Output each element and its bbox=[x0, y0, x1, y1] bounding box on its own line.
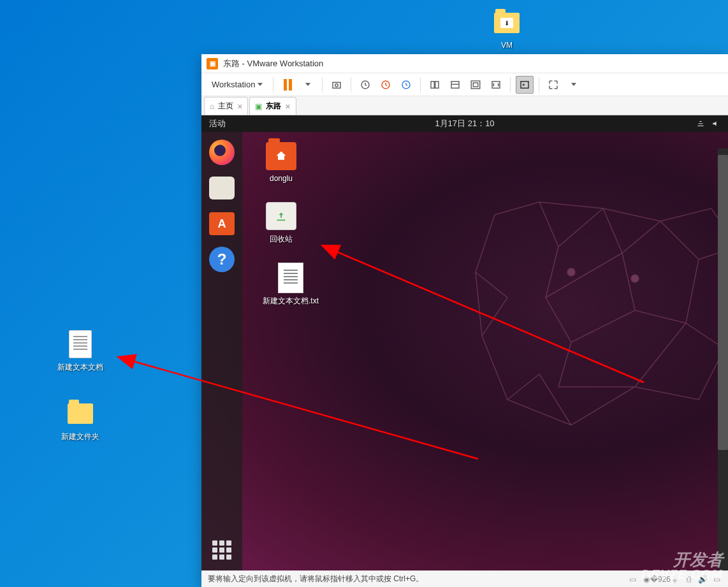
vm-icon: ▣ bbox=[255, 102, 262, 111]
icon-label: 回收站 bbox=[270, 234, 293, 245]
divider bbox=[510, 77, 511, 92]
svg-rect-5 bbox=[431, 81, 434, 88]
snapshot-take-button[interactable] bbox=[397, 76, 415, 94]
view-unity-button[interactable] bbox=[467, 76, 484, 94]
view-stretch-button[interactable] bbox=[487, 76, 505, 94]
dock-show-apps[interactable] bbox=[207, 535, 237, 565]
vmware-logo-icon: ▣ bbox=[207, 58, 218, 69]
icon-label: donglu bbox=[270, 174, 293, 183]
desktop-icon-new-folder[interactable]: 新建文件夹 bbox=[55, 398, 106, 442]
folder-icon bbox=[65, 398, 96, 429]
titlebar[interactable]: ▣ 东路 - VMware Workstation bbox=[201, 54, 728, 73]
snapshot-icon bbox=[331, 79, 342, 91]
view-stretch-icon bbox=[490, 79, 502, 91]
ubuntu-desktop-icons: donglu 回收站 新建文本文档.txt bbox=[252, 142, 329, 307]
vm-scrollbar[interactable] bbox=[718, 149, 728, 570]
home-icon: ⌂ bbox=[210, 102, 214, 111]
dock-files[interactable] bbox=[207, 173, 237, 203]
window-title: 东路 - VMware Workstation bbox=[223, 58, 323, 69]
snapshot-revert-button[interactable] bbox=[377, 76, 395, 94]
activities-button[interactable]: 活动 bbox=[209, 118, 226, 129]
desktop-icon-text-doc[interactable]: 新建文本文档 bbox=[55, 329, 106, 373]
pause-button[interactable] bbox=[279, 76, 296, 94]
console-icon bbox=[519, 79, 530, 91]
fullscreen-icon bbox=[548, 79, 559, 91]
view-single-icon bbox=[429, 79, 440, 91]
text-file-icon bbox=[65, 329, 96, 359]
console-view-button[interactable] bbox=[516, 76, 534, 94]
vmware-window: ▣ 东路 - VMware Workstation Workstation ⌂ bbox=[201, 54, 728, 587]
desktop-icon-label: 新建文本文档 bbox=[57, 362, 103, 373]
menubar: Workstation bbox=[201, 73, 728, 96]
dock-help[interactable]: ? bbox=[207, 244, 237, 275]
watermark-line1: 开发者 bbox=[673, 550, 723, 569]
ubuntu-text-file[interactable]: 新建文本文档.txt bbox=[252, 264, 329, 307]
view-unity-icon bbox=[470, 79, 481, 91]
svg-rect-10 bbox=[474, 83, 479, 87]
network-icon bbox=[696, 119, 705, 128]
view-single-button[interactable] bbox=[426, 76, 444, 94]
watermark-line2: DEVZE.COM bbox=[641, 568, 723, 581]
tab-vm[interactable]: ▣ 东路 × bbox=[249, 97, 296, 115]
datetime[interactable]: 1月17日 21：10 bbox=[435, 118, 494, 129]
ubuntu-topbar: 活动 1月17日 21：10 bbox=[201, 115, 728, 132]
clock-take-icon bbox=[400, 79, 412, 91]
tab-label: 东路 bbox=[266, 101, 281, 112]
ubuntu-desktop[interactable]: ? donglu 回收站 新建文本文档.txt bbox=[201, 132, 728, 570]
view-console-icon bbox=[449, 79, 461, 91]
close-icon[interactable]: × bbox=[237, 101, 242, 112]
menu-workstation[interactable]: Workstation bbox=[207, 77, 268, 92]
divider bbox=[539, 77, 539, 92]
firefox-icon bbox=[209, 140, 235, 165]
tabbar: ⌂ 主页 × ▣ 东路 × bbox=[201, 96, 728, 115]
view-console-button[interactable] bbox=[446, 76, 464, 94]
snapshot-button[interactable] bbox=[328, 76, 346, 94]
chevron-down-icon bbox=[571, 83, 576, 86]
watermark: 开发者 DEVZE.COM bbox=[641, 551, 723, 581]
wallpaper-fossa-art bbox=[444, 183, 728, 470]
text-file-icon bbox=[275, 264, 306, 292]
chevron-down-icon bbox=[258, 83, 263, 86]
snapshot-manage-button[interactable] bbox=[356, 76, 374, 94]
dock-firefox[interactable] bbox=[207, 137, 237, 168]
ubuntu-trash[interactable]: 回收站 bbox=[252, 202, 310, 245]
statusbar-hint: 要将输入定向到该虚拟机，请将鼠标指针移入其中或按 Ctrl+G。 bbox=[208, 574, 423, 584]
clock-revert-icon bbox=[380, 79, 391, 91]
divider bbox=[273, 77, 273, 92]
desktop-icon-label: 新建文件夹 bbox=[61, 431, 99, 442]
power-dropdown-button[interactable] bbox=[299, 76, 317, 94]
svg-rect-9 bbox=[472, 81, 481, 89]
help-icon: ? bbox=[209, 247, 235, 272]
system-tray[interactable] bbox=[696, 119, 720, 128]
tab-label: 主页 bbox=[218, 101, 233, 112]
ubuntu-home-folder[interactable]: donglu bbox=[252, 142, 310, 183]
scrollbar-thumb[interactable] bbox=[718, 155, 728, 450]
chevron-down-icon bbox=[305, 83, 310, 86]
svg-rect-0 bbox=[333, 82, 340, 88]
svg-rect-6 bbox=[435, 81, 439, 88]
icon-label: 新建文本文档.txt bbox=[263, 296, 319, 307]
desktop-icon-vm-folder[interactable]: ⬇ VM bbox=[481, 8, 532, 50]
apps-grid-icon bbox=[212, 540, 231, 560]
close-icon[interactable]: × bbox=[285, 101, 290, 112]
home-folder-icon bbox=[266, 142, 296, 170]
menu-workstation-label: Workstation bbox=[212, 80, 255, 89]
tab-home[interactable]: ⌂ 主页 × bbox=[204, 97, 248, 115]
ubuntu-dock: ? bbox=[201, 132, 242, 570]
desktop-icon-label: VM bbox=[501, 41, 513, 50]
folder-icon: ⬇ bbox=[491, 8, 522, 38]
pause-icon bbox=[284, 79, 292, 91]
vm-viewport[interactable]: 活动 1月17日 21：10 bbox=[201, 115, 728, 570]
svg-point-14 bbox=[631, 275, 639, 282]
hdd-icon[interactable]: ▭ bbox=[627, 574, 637, 584]
fullscreen-button[interactable] bbox=[544, 76, 562, 94]
fullscreen-dropdown-button[interactable] bbox=[565, 76, 583, 94]
volume-icon bbox=[711, 119, 720, 128]
svg-point-1 bbox=[335, 83, 339, 87]
files-icon bbox=[209, 177, 235, 199]
clock-icon bbox=[360, 79, 371, 91]
divider bbox=[420, 77, 421, 92]
svg-point-13 bbox=[567, 268, 575, 276]
dock-software[interactable] bbox=[207, 208, 237, 239]
software-center-icon bbox=[209, 212, 235, 235]
